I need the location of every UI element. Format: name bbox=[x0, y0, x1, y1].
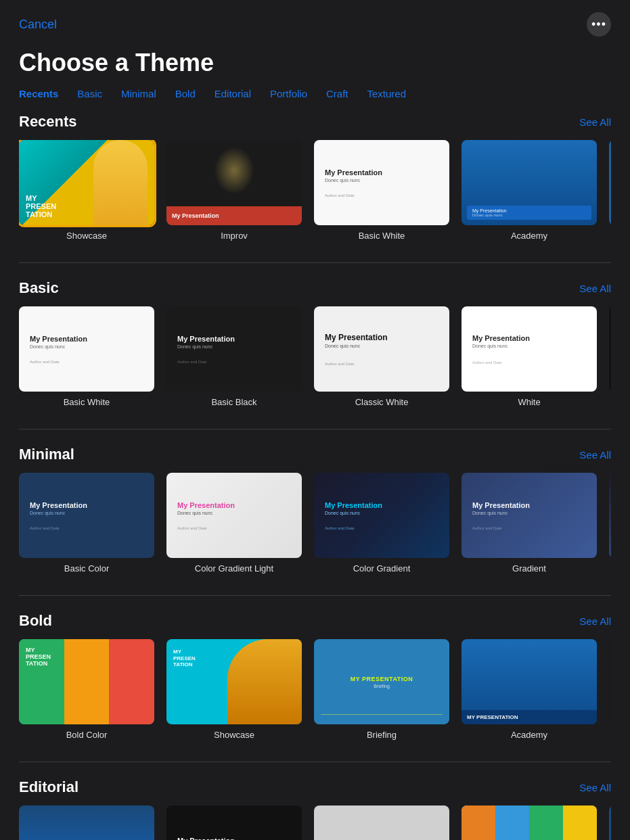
w-title: My Presentation bbox=[472, 334, 586, 342]
theme-card-classic-white[interactable]: My Presentation Donec quis nunc Author a… bbox=[314, 306, 449, 407]
gr-author: Author and Date bbox=[472, 526, 586, 530]
theme-card-basic-white-recent[interactable]: My Presentation Donec quis nunc Author a… bbox=[314, 140, 449, 241]
theme-card-bold-color[interactable]: MYPRESENTATION Bold Color bbox=[19, 639, 154, 740]
category-basic[interactable]: Basic bbox=[77, 88, 102, 99]
bold-section-header: Bold See All bbox=[19, 612, 611, 630]
ellipsis-icon: ••• bbox=[591, 18, 606, 32]
academy-sub: Donec quis nunc bbox=[472, 213, 586, 217]
classic-white-thumbnail: My Presentation Donec quis nunc Author a… bbox=[314, 306, 449, 392]
theme-card-editorial-dark[interactable]: My Presentation Author and Date bbox=[166, 806, 302, 840]
basic-black-label: Basic Black bbox=[166, 397, 302, 407]
cgl-sub: Donec quis nunc bbox=[177, 511, 291, 515]
theme-card-partial-basic[interactable] bbox=[609, 306, 611, 407]
recents-section: Recents See All MYPRESENTATION Showcase … bbox=[0, 113, 630, 262]
briefing-label-text: My PRESENTATION bbox=[351, 676, 413, 682]
category-craft[interactable]: Craft bbox=[326, 88, 348, 99]
academy-bottom-bar: My Presentation Donec quis nunc bbox=[467, 206, 591, 220]
improv-thumbnail: My Presentation bbox=[166, 140, 302, 225]
divider-3 bbox=[19, 595, 611, 596]
recents-section-header: Recents See All bbox=[19, 113, 611, 131]
bw-sub: Donec quis nunc bbox=[30, 344, 143, 349]
improv-label: Improv bbox=[166, 231, 302, 241]
theme-card-bold-academy[interactable]: My Presentation Academy bbox=[462, 639, 597, 740]
editorial-gray-thumbnail: My Presentation bbox=[314, 806, 449, 840]
theme-card-white[interactable]: My Presentation Donec quis nunc Author a… bbox=[462, 306, 597, 407]
classic-white-label: Classic White bbox=[314, 397, 449, 407]
divider-2 bbox=[19, 429, 611, 429]
basic-see-all-button[interactable]: See All bbox=[579, 283, 611, 294]
theme-card-bold-showcase[interactable]: MYPRESENTATION Showcase bbox=[166, 639, 302, 740]
category-recents[interactable]: Recents bbox=[19, 88, 58, 99]
showcase-label: Showcase bbox=[19, 231, 154, 241]
theme-card-color-gradient-light[interactable]: My Presentation Donec quis nunc Author a… bbox=[166, 473, 302, 574]
ed-dark-title: My Presentation bbox=[177, 837, 291, 840]
bold-showcase-label: Showcase bbox=[166, 730, 302, 740]
briefing-sub-text: Briefing bbox=[351, 684, 413, 689]
more-options-button[interactable]: ••• bbox=[587, 12, 611, 37]
theme-card-partial-bold[interactable]: DONECMY bbox=[609, 639, 611, 740]
editorial-section-header: Editorial See All bbox=[19, 778, 611, 796]
theme-card-academy-recent[interactable]: My Presentation Donec quis nunc Academy bbox=[462, 140, 597, 241]
cgl-author: Author and Date bbox=[177, 526, 291, 530]
editorial-theme-row: My Presentation Donec quis nunc My Prese… bbox=[19, 806, 611, 840]
category-textured[interactable]: Textured bbox=[367, 88, 407, 99]
theme-card-basic-white[interactable]: My Presentation Donec quis nunc Author a… bbox=[19, 306, 154, 407]
person-yellow bbox=[64, 639, 110, 724]
white-label: White bbox=[462, 397, 597, 407]
basic-white-recent-label: Basic White bbox=[314, 231, 449, 241]
recents-see-all-button[interactable]: See All bbox=[579, 116, 611, 128]
child-blue bbox=[495, 806, 529, 840]
basic-white-thumbnail: My Presentation Donec quis nunc Author a… bbox=[19, 306, 154, 392]
theme-card-partial-recent[interactable]: MYPR bbox=[609, 140, 611, 241]
category-editorial[interactable]: Editorial bbox=[215, 88, 251, 99]
basic-color-thumbnail: My Presentation Donec quis nunc Author a… bbox=[19, 473, 154, 558]
editorial-blue-thumbnail: My Presentation Donec quis nunc bbox=[19, 806, 154, 840]
cw-title: My Presentation bbox=[325, 333, 438, 342]
bw-title: My Presentation bbox=[30, 335, 143, 343]
header: Cancel ••• bbox=[0, 0, 630, 43]
theme-card-partial-editorial[interactable] bbox=[609, 806, 611, 840]
bold-showcase-label-text: MYPRESENTATION bbox=[173, 649, 196, 668]
child-orange bbox=[462, 806, 495, 840]
theme-card-basic-black[interactable]: My Presentation Donec quis nunc Author a… bbox=[166, 306, 302, 407]
bold-academy-label: Academy bbox=[462, 730, 597, 740]
theme-card-color-gradient[interactable]: My Presentation Donec quis nunc Author a… bbox=[314, 473, 449, 574]
editorial-see-all-button[interactable]: See All bbox=[579, 782, 611, 793]
theme-card-bold-briefing[interactable]: My PRESENTATION Briefing Briefing bbox=[314, 639, 449, 740]
bb-author: Author and Date bbox=[177, 360, 291, 364]
category-bold[interactable]: Bold bbox=[175, 88, 196, 99]
theme-card-basic-color[interactable]: My Presentation Donec quis nunc Author a… bbox=[19, 473, 154, 574]
cgl-title: My Presentation bbox=[177, 501, 291, 509]
bw-author: Author and Date bbox=[30, 360, 143, 364]
basic-theme-row: My Presentation Donec quis nunc Author a… bbox=[19, 306, 611, 407]
category-portfolio[interactable]: Portfolio bbox=[270, 88, 307, 99]
bold-academy-title-text: My Presentation bbox=[467, 714, 591, 720]
theme-card-improv[interactable]: My Presentation Improv bbox=[166, 140, 302, 241]
bold-briefing-thumbnail: My PRESENTATION Briefing bbox=[314, 639, 449, 724]
gr-title: My Presentation bbox=[472, 501, 586, 509]
divider-4 bbox=[19, 762, 611, 762]
theme-card-editorial-blue[interactable]: My Presentation Donec quis nunc bbox=[19, 806, 154, 840]
bold-academy-bottom: My Presentation bbox=[462, 710, 597, 724]
theme-card-showcase[interactable]: MYPRESENTATION Showcase bbox=[19, 140, 154, 241]
basic-black-thumbnail: My Presentation Donec quis nunc Author a… bbox=[166, 306, 302, 392]
cg-title: My Presentation bbox=[325, 501, 438, 509]
minimal-section: Minimal See All My Presentation Donec qu… bbox=[0, 446, 630, 595]
bwr-sub: Donec quis nunc bbox=[325, 178, 438, 183]
category-minimal[interactable]: Minimal bbox=[121, 88, 156, 99]
theme-card-editorial-children[interactable] bbox=[462, 806, 597, 840]
bold-showcase-person bbox=[227, 639, 302, 724]
w-author: Author and Date bbox=[472, 360, 586, 365]
theme-card-partial-minimal[interactable] bbox=[609, 473, 611, 574]
academy-recent-thumbnail: My Presentation Donec quis nunc bbox=[462, 140, 597, 225]
showcase-thumbnail: MYPRESENTATION bbox=[19, 140, 154, 225]
minimal-see-all-button[interactable]: See All bbox=[579, 449, 611, 461]
theme-card-gradient[interactable]: My Presentation Donec quis nunc Author a… bbox=[462, 473, 597, 574]
bold-see-all-button[interactable]: See All bbox=[579, 615, 611, 627]
theme-card-editorial-gray[interactable]: My Presentation bbox=[314, 806, 449, 840]
editorial-children-thumbnail bbox=[462, 806, 597, 840]
gr-sub: Donec quis nunc bbox=[472, 511, 586, 515]
bold-theme-row: MYPRESENTATION Bold Color MYPRESENTATION… bbox=[19, 639, 611, 740]
improv-bottom-text: My Presentation bbox=[172, 212, 219, 219]
cancel-button[interactable]: Cancel bbox=[19, 18, 57, 32]
